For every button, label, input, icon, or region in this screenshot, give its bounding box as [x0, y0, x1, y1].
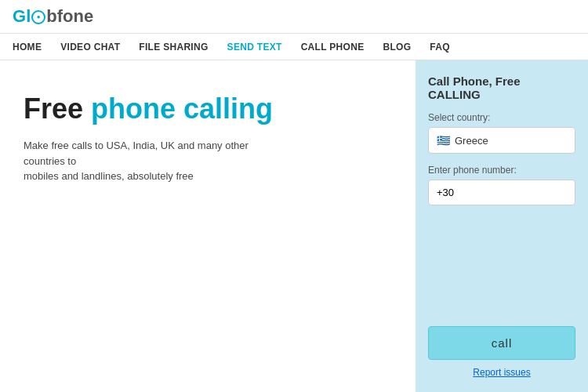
nav-video-chat[interactable]: VIDEO CHAT — [60, 42, 120, 53]
logo[interactable]: Gl●bfone — [13, 6, 93, 27]
nav-faq[interactable]: FAQ — [430, 42, 450, 53]
logo-o-icon: ● — [31, 10, 45, 24]
report-issues: Report issues — [428, 365, 575, 379]
logo-b: b — [46, 6, 56, 26]
call-panel: Call Phone, Free CALLING Select country:… — [416, 60, 588, 392]
subtext-line2: mobiles and landlines, absolutely free — [24, 170, 194, 182]
flag-icon: 🇬🇷 — [437, 134, 450, 147]
subtext: Make free calls to USA, India, UK and ma… — [24, 138, 274, 184]
report-issues-link[interactable]: Report issues — [473, 367, 530, 378]
headline: Free phone calling — [24, 92, 392, 125]
nav-call-phone[interactable]: CALL PHONE — [301, 42, 365, 53]
phone-input-box[interactable] — [428, 180, 575, 205]
country-value: Greece — [455, 135, 488, 147]
headline-free: Free — [24, 93, 83, 125]
nav-file-sharing[interactable]: FILE SHARING — [139, 42, 208, 53]
call-button[interactable]: call — [428, 326, 575, 360]
logo-fone: fone — [57, 6, 93, 26]
country-field-group: Select country: 🇬🇷 Greece — [428, 112, 575, 154]
main-content: Free phone calling Make free calls to US… — [0, 60, 588, 392]
subtext-line1: Make free calls to USA, India, UK and ma… — [24, 140, 249, 167]
country-select[interactable]: 🇬🇷 Greece — [428, 127, 575, 154]
nav-home[interactable]: HOME — [13, 42, 42, 53]
phone-label: Enter phone number: — [428, 165, 575, 176]
phone-field-group: Enter phone number: — [428, 165, 575, 205]
panel-title: Call Phone, Free CALLING — [428, 74, 575, 101]
logo-l: l — [26, 6, 31, 26]
nav: HOME VIDEO CHAT FILE SHARING SEND TEXT C… — [0, 34, 588, 60]
left-panel: Free phone calling Make free calls to US… — [0, 60, 416, 392]
headline-phone-calling: phone calling — [91, 93, 273, 125]
logo-g: G — [13, 6, 26, 26]
nav-send-text[interactable]: SEND TEXT — [227, 42, 282, 53]
country-label: Select country: — [428, 112, 575, 123]
header: Gl●bfone — [0, 0, 588, 34]
call-button-wrapper: call Report issues — [428, 326, 575, 379]
nav-blog[interactable]: BLOG — [383, 42, 411, 53]
phone-input[interactable] — [437, 187, 568, 198]
